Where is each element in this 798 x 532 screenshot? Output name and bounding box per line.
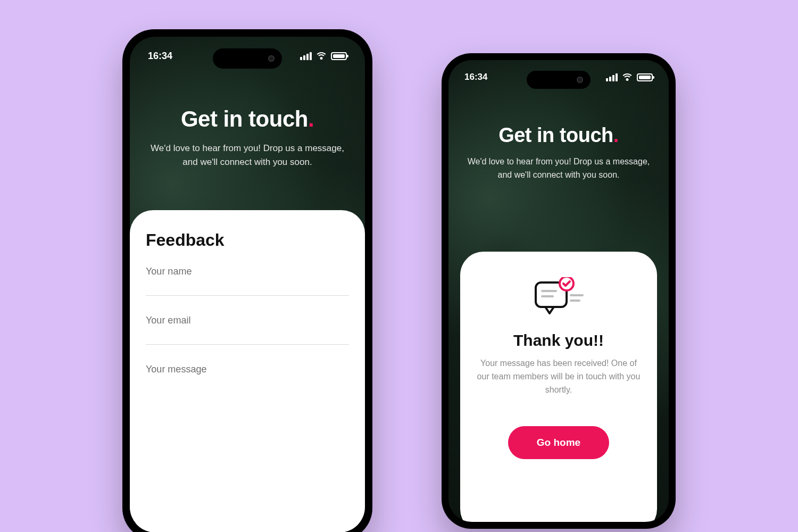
battery-icon	[637, 73, 653, 81]
page-title-dot: .	[308, 106, 314, 131]
status-icons	[300, 52, 347, 60]
screen: 16:34 Get in touch. We'd love to hear fr…	[448, 60, 669, 522]
page-title: Get in touch.	[148, 106, 347, 132]
hero-text: Get in touch. We'd love to hear from you…	[130, 62, 365, 170]
wifi-icon	[316, 52, 327, 60]
dynamic-island	[213, 48, 282, 69]
feedback-card: Feedback Your name Your email Your messa…	[130, 210, 365, 532]
input-underline	[146, 295, 349, 296]
status-time: 16:34	[148, 51, 172, 62]
email-field[interactable]: Your email	[146, 315, 349, 345]
dynamic-island	[527, 71, 591, 89]
input-underline	[146, 344, 349, 345]
message-label: Your message	[146, 364, 349, 375]
name-field[interactable]: Your name	[146, 266, 349, 296]
feedback-heading: Feedback	[146, 230, 349, 250]
page-subtitle: We'd love to hear from you! Drop us a me…	[464, 155, 653, 182]
battery-icon	[331, 52, 347, 60]
name-label: Your name	[146, 266, 349, 277]
hero-text: Get in touch. We'd love to hear from you…	[448, 82, 669, 182]
go-home-button[interactable]: Go home	[508, 426, 609, 459]
screen: 16:34 Get in touch. We'd love to hear fr…	[130, 37, 365, 532]
cellular-signal-icon	[300, 52, 312, 60]
page-title: Get in touch.	[464, 124, 653, 147]
message-field[interactable]: Your message	[146, 364, 349, 375]
status-icons	[606, 73, 653, 81]
page-title-dot: .	[613, 124, 619, 146]
page-subtitle: We'd love to hear from you! Drop us a me…	[148, 142, 347, 170]
phone-mockup-thankyou: 16:34 Get in touch. We'd love to hear fr…	[442, 53, 676, 529]
status-time: 16:34	[464, 72, 487, 82]
message-sent-icon	[529, 277, 588, 320]
thank-you-card: Thank you!! Your message has been receiv…	[460, 252, 657, 522]
email-label: Your email	[146, 315, 349, 326]
cellular-signal-icon	[606, 73, 618, 81]
wifi-icon	[622, 73, 633, 81]
phone-mockup-feedback: 16:34 Get in touch. We'd love to hear fr…	[122, 29, 372, 532]
thank-you-heading: Thank you!!	[513, 331, 604, 350]
thank-you-body: Your message has been received! One of o…	[476, 357, 641, 396]
page-title-text: Get in touch	[181, 106, 308, 131]
page-title-text: Get in touch	[498, 124, 613, 146]
